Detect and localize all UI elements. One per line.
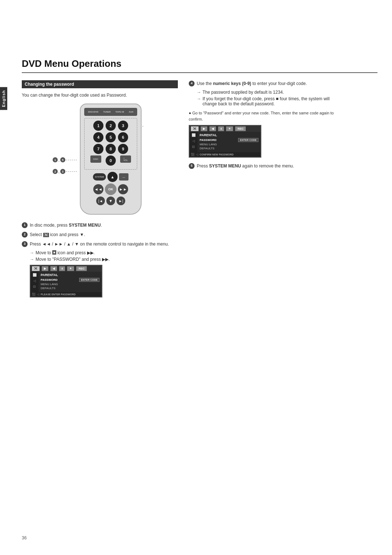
screen1-main: PARENTAL PASSWORD ENTER CODE MENU LANG D…	[38, 272, 102, 292]
numpad-area: 1 2 3 4 5 6 7 8	[84, 118, 137, 170]
screen2-top-bar: ℳ ▶ ◀ 4 ✦ REC	[189, 126, 261, 132]
btn-skip-back[interactable]: |◄	[96, 197, 105, 205]
step-text-4: Use the numeric keys (0-9) to enter your…	[197, 80, 345, 87]
sidebar-icon-3: ⊟	[33, 285, 36, 288]
step-4: 4 Use the numeric keys (0-9) to enter yo…	[189, 80, 345, 87]
screen2-main: PARENTAL PASSWORD ENTER CODE MENU LANG D…	[197, 132, 261, 152]
callout-1: 1	[53, 157, 58, 162]
btn-1[interactable]: 1	[93, 121, 103, 131]
sidebar-icon-1: ⬜	[33, 273, 37, 277]
screen1-tab-active: ℳ	[32, 266, 40, 271]
left-column: Changing the password You can change the…	[22, 80, 178, 300]
screen-mockup-1: ℳ ▶ ◀ 4 ✦ REC ⬜ ◁ ⊟ PARENTAL	[30, 265, 102, 297]
btn-next[interactable]: ►►	[118, 184, 128, 194]
screen1-body: ⬜ ◁ ⊟ PARENTAL PASSWORD ENTER CODE MENU …	[30, 272, 102, 292]
remote-body: DISC/DVD TUNER TAPE I/II AUX 1 2 3	[80, 104, 142, 215]
remote-illustration: 4 1 , 5 2 , 3	[53, 104, 147, 215]
screen1-bottom-icon: ⬛	[32, 293, 36, 296]
screen1-enter-code: ENTER CODE	[79, 278, 99, 282]
bottom-nav-row: |◄ ▼ ►|	[84, 197, 137, 205]
btn-vol[interactable]: +VOL	[120, 155, 131, 163]
step-1: 1 In disc mode, press SYSTEM MENU.	[22, 222, 178, 228]
btn-disc[interactable]: DISC	[90, 155, 101, 163]
btn-0[interactable]: 0	[106, 155, 116, 166]
screen1-bottom-text: PLEASE ENTER PASSWORD	[41, 293, 75, 296]
screen2-tab2: ▶	[201, 126, 207, 131]
btn-prev[interactable]: ◄◄	[93, 184, 103, 194]
step3-bullet-1: Move to ■ icon and press ▶▶.	[30, 250, 178, 255]
step3-bullet-2: Move to "PASSWORD" and press ▶▶.	[30, 257, 178, 262]
screen1-tab6: REC	[76, 266, 87, 271]
screen1-sidebar: ⬜ ◁ ⊟	[30, 272, 38, 292]
screen2-enter-code: ENTER CODE	[238, 138, 258, 142]
source-tape: TAPE I/II	[115, 111, 124, 113]
nav-row: ◄◄ OK ►►	[84, 183, 137, 195]
screen2-sidebar-icon-2: ◁	[192, 139, 195, 143]
source-disc: DISC/DVD	[88, 111, 99, 113]
page-number: 36	[22, 535, 26, 540]
btn-5[interactable]: 5	[106, 132, 116, 142]
callout-2: 2	[53, 169, 58, 174]
screen2-body: ⬜ ◁ ⊟ PARENTAL PASSWORD ENTER CODE MENU …	[189, 132, 261, 152]
screen2-tab6: REC	[235, 126, 246, 131]
screen2-item-defaults: DEFAULTS	[200, 147, 258, 150]
screen1-item-defaults: DEFAULTS	[41, 287, 99, 290]
btn-2[interactable]: 2	[106, 121, 116, 131]
screen2-sidebar: ⬜ ◁ ⊟	[189, 132, 197, 152]
remote-source-bar: DISC/DVD TUNER TAPE I/II AUX	[84, 108, 137, 116]
btn-8[interactable]: 8	[106, 144, 116, 154]
language-tab: English	[0, 87, 7, 110]
step-2: 2 Select ℳ icon and press ▼.	[22, 231, 178, 238]
btn-up[interactable]: ▲	[107, 172, 118, 182]
steps-list: 1 In disc mode, press SYSTEM MENU. 2 Sel…	[22, 222, 178, 247]
btn-down[interactable]: ▼	[106, 197, 115, 205]
step-num-4: 4	[189, 81, 195, 86]
system-row: SYSTEM ▲ —	[84, 172, 137, 182]
screen1-bottom-bar: ⬛ ◁ PLEASE ENTER PASSWORD	[30, 292, 102, 297]
step-num-3: 3	[22, 241, 28, 247]
btn-dash[interactable]: —	[119, 173, 128, 181]
right-column: 4 Use the numeric keys (0-9) to enter yo…	[189, 80, 345, 300]
screen1-item-menulang: MENU LANG	[41, 283, 99, 286]
screen2-tab4: 4	[218, 126, 224, 131]
btn-system[interactable]: SYSTEM	[93, 173, 106, 181]
step-num-5: 5	[189, 163, 195, 169]
step-5: 5 Press SYSTEM MENU again to remove the …	[189, 163, 345, 169]
step-num-1: 1	[22, 222, 28, 228]
screen2-menu-title: PARENTAL	[200, 133, 258, 137]
screen2-item-menulang: MENU LANG	[200, 143, 258, 146]
screen2-tab-active: ℳ	[191, 126, 199, 131]
screen2-tab3: ◀	[209, 126, 216, 131]
btn-7[interactable]: 7	[93, 144, 103, 154]
screen2-bottom-bar: ⬛ ◁ CONFIRM NEW PASSWORD	[189, 152, 261, 157]
step-num-2: 2	[22, 232, 28, 238]
section-header: Changing the password	[22, 80, 178, 88]
screen2-tab5: ✦	[226, 126, 233, 131]
step-3: 3 Press ◄◄ / ►► / ▲ / ▼ on the remote co…	[22, 241, 178, 247]
btn-4[interactable]: 4	[93, 132, 103, 142]
step4-bullet-2: If you forget the four-digit code, press…	[197, 96, 345, 106]
step4-bullet-1: The password supplied by default is 1234…	[197, 90, 345, 95]
source-aux: AUX	[129, 111, 134, 113]
callout-3: 3	[60, 169, 65, 174]
step-text-2: Select ℳ icon and press ▼.	[30, 231, 178, 238]
screen2-sidebar-icon-3: ⊟	[192, 145, 195, 149]
step-text-1: In disc mode, press SYSTEM MENU.	[30, 222, 178, 228]
btn-9[interactable]: 9	[118, 144, 128, 154]
screen2-item-password: PASSWORD ENTER CODE	[200, 138, 258, 142]
btn-ok[interactable]: OK	[105, 183, 117, 195]
screen1-top-bar: ℳ ▶ ◀ 4 ✦ REC	[30, 266, 102, 272]
screen1-menu-title: PARENTAL	[41, 273, 99, 277]
sidebar-icon-2: ◁	[33, 279, 36, 283]
step5-intro-text: ● Go to "Password" and enter your new co…	[189, 110, 345, 122]
screen1-tab4: 4	[59, 266, 65, 271]
step-text-5: Press SYSTEM MENU again to remove the me…	[197, 163, 345, 169]
btn-3[interactable]: 3	[118, 121, 128, 131]
btn-skip-fwd[interactable]: ►|	[117, 197, 125, 205]
screen1-tab2: ▶	[42, 266, 48, 271]
screen2-sidebar-icon-1: ⬜	[192, 133, 196, 137]
screen1-tab5: ✦	[67, 266, 74, 271]
btn-6[interactable]: 6	[118, 132, 128, 142]
page-title: DVD Menu Operations	[22, 58, 377, 73]
screen2-bottom-text: CONFIRM NEW PASSWORD	[200, 153, 234, 156]
